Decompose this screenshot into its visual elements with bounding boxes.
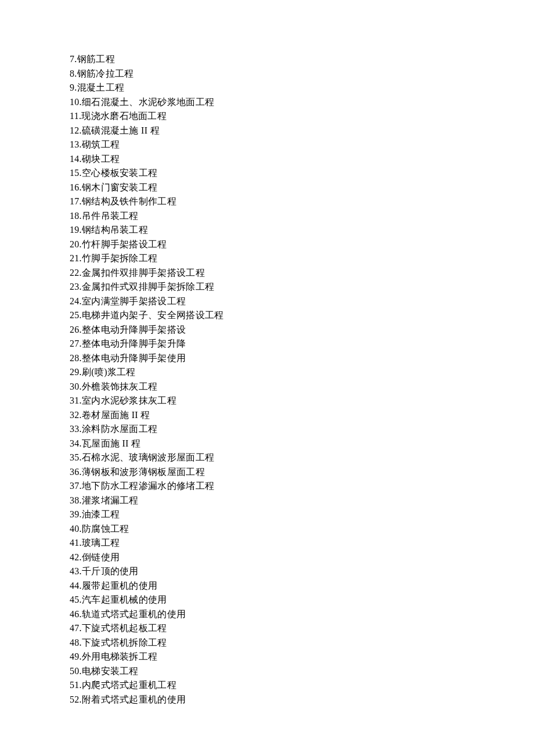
item-text: 外檐装饰抹灰工程 [82,381,157,391]
item-number: 30. [70,381,82,391]
item-text: 油漆工程 [82,509,120,519]
item-number: 37. [70,481,82,491]
item-text: 瓦屋面施 II 程 [82,438,140,448]
item-number: 7. [70,54,77,64]
list-item: 19.钢结构吊装工程 [70,223,534,237]
item-number: 33. [70,424,82,434]
item-text: 细石混凝土、水泥砂浆地面工程 [82,97,214,107]
item-number: 35. [70,452,82,462]
item-number: 34. [70,438,82,448]
item-text: 空心楼板安装工程 [82,168,157,178]
list-item: 16.钢木门窗安装工程 [70,181,534,195]
list-item: 32.卷材屋面施 II 程 [70,408,534,423]
item-text: 卷材屋面施 II 程 [82,410,150,420]
list-item: 50.电梯安装工程 [70,664,534,679]
item-number: 16. [70,182,82,192]
item-number: 29. [70,367,82,377]
list-item: 51.内爬式塔式起重机工程 [70,678,534,693]
list-item: 46.轨道式塔式起重机的使用 [70,607,534,622]
list-item: 49.外用电梯装拆工程 [70,650,534,664]
list-item: 39.油漆工程 [70,507,534,522]
list-item: 42.倒链使用 [70,550,534,565]
list-item: 7.钢筋工程 [70,52,534,67]
item-number: 11. [70,111,81,121]
item-number: 47. [70,623,82,633]
item-text: 吊件吊装工程 [82,211,139,221]
item-number: 28. [70,353,82,363]
list-item: 10.细石混凝土、水泥砂浆地面工程 [70,95,534,110]
list-item: 29.刷(喷)浆工程 [70,365,534,380]
item-number: 44. [70,581,82,591]
item-number: 26. [70,325,82,334]
item-text: 下旋式塔机起板工程 [82,623,167,633]
item-number: 15. [70,168,82,178]
list-item: 27.整体电动升降脚手架升降 [70,337,534,351]
item-number: 21. [70,253,82,263]
list-item: 38.灌浆堵漏工程 [70,494,534,508]
item-number: 32. [70,410,82,420]
item-text: 汽车起重机械的使用 [82,595,167,604]
list-item: 23.金属扣件式双排脚手架拆除工程 [70,280,534,294]
item-number: 10. [70,97,82,107]
item-number: 50. [70,666,82,676]
list-item: 21.竹脚手架拆除工程 [70,251,534,266]
item-number: 18. [70,211,82,221]
item-text: 电梯安装工程 [82,666,139,676]
item-text: 室内满堂脚手架搭设工程 [82,296,186,306]
item-text: 下旋式塔机拆除工程 [82,638,167,647]
item-number: 22. [70,268,82,278]
list-item: 43.千斤顶的使用 [70,564,534,579]
item-number: 13. [70,139,82,149]
item-number: 38. [70,495,82,505]
list-item: 8.钢筋冷拉工程 [70,67,534,81]
list-item: 25.电梯井道内架子、安全网搭设工程 [70,308,534,323]
item-number: 23. [70,282,82,291]
item-text: 内爬式塔式起重机工程 [82,680,176,690]
list-item: 28.整体电动升降脚手架使用 [70,351,534,366]
item-number: 36. [70,467,82,477]
item-number: 8. [70,69,77,78]
item-text: 玻璃工程 [82,538,120,548]
item-text: 外用电梯装拆工程 [82,651,157,661]
item-text: 钢结构吊装工程 [82,225,148,235]
item-number: 14. [70,154,82,164]
item-number: 48. [70,638,82,647]
item-text: 整体电动升降脚手架使用 [82,353,186,363]
item-text: 倒链使用 [82,552,120,562]
list-item: 41.玻璃工程 [70,536,534,550]
item-text: 刷(喷)浆工程 [82,367,136,377]
item-number: 20. [70,239,82,249]
item-text: 轨道式塔式起重机的使用 [82,609,186,619]
item-text: 石棉水泥、玻璃钢波形屋面工程 [82,452,214,462]
item-text: 电梯井道内架子、安全网搭设工程 [82,310,224,320]
list-item: 12.硫磺混凝土施 II 程 [70,124,534,138]
item-number: 9. [70,82,77,92]
item-number: 12. [70,125,82,135]
list-item: 17.钢结构及铁件制作工程 [70,195,534,209]
list-item: 20.竹杆脚手架搭设工程 [70,237,534,252]
list-item: 13.砌筑工程 [70,138,534,152]
item-text: 竹杆脚手架搭设工程 [82,239,167,249]
item-number: 24. [70,296,82,306]
item-text: 室内水泥砂浆抹灰工程 [82,395,176,405]
list-item: 30.外檐装饰抹灰工程 [70,380,534,394]
list-item: 35.石棉水泥、玻璃钢波形屋面工程 [70,451,534,465]
item-text: 履带起重机的使用 [82,581,157,591]
list-item: 26.整体电动升降脚手架搭设 [70,323,534,337]
item-text: 灌浆堵漏工程 [82,495,139,505]
item-text: 砌筑工程 [82,139,120,149]
list-item: 9.混凝土工程 [70,81,534,95]
list-item: 11.现浇水磨石地面工程 [70,109,534,124]
item-number: 31. [70,395,82,405]
item-number: 51. [70,680,82,690]
item-number: 43. [70,566,82,576]
item-text: 防腐蚀工程 [82,524,129,534]
list-item: 36.薄钢板和波形薄钢板屋面工程 [70,465,534,480]
item-text: 混凝土工程 [77,82,125,92]
item-text: 整体电动升降脚手架升降 [82,339,186,348]
list-item: 14.砌块工程 [70,152,534,167]
list-item: 31.室内水泥砂浆抹灰工程 [70,394,534,408]
item-text: 硫磺混凝土施 II 程 [82,125,160,135]
item-text: 钢结构及铁件制作工程 [82,196,176,206]
item-text: 钢筋冷拉工程 [77,69,134,78]
